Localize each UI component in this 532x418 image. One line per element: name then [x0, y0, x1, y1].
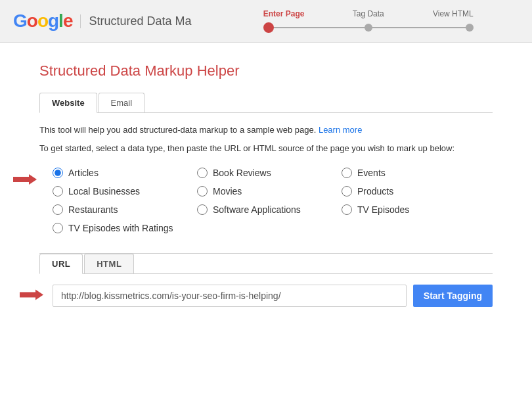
radio-book-reviews[interactable]: Book Reviews [197, 168, 328, 178]
description-line-2: To get started, select a data type, then… [39, 142, 493, 155]
step-label-view-html: View HTML [403, 9, 474, 18]
page-title: Structured Data Markup Helper [39, 62, 493, 80]
radio-articles[interactable]: Articles [53, 168, 184, 178]
logo-letter-g2: g [48, 11, 58, 31]
content-tabs: Website Email [39, 93, 493, 113]
radio-tv-episodes-ratings[interactable]: TV Episodes with Ratings [53, 223, 184, 233]
url-tab-url[interactable]: URL [39, 254, 83, 274]
radio-software-applications[interactable]: Software Applications [197, 204, 328, 215]
radio-grid: Articles Book Reviews Events Local Busin… [53, 168, 493, 233]
header: Google Structured Data Ma Enter Page Tag… [0, 0, 532, 43]
google-logo: Google [13, 11, 72, 32]
header-title: Structured Data Ma [80, 14, 191, 28]
start-tagging-button[interactable]: Start Tagging [413, 285, 493, 307]
tab-website[interactable]: Website [39, 93, 97, 113]
svg-marker-1 [20, 290, 43, 300]
radio-tv-episodes[interactable]: TV Episodes [342, 204, 473, 215]
main-content: Structured Data Markup Helper Website Em… [0, 43, 532, 333]
radio-movies[interactable]: Movies [197, 186, 328, 197]
radio-section: Articles Book Reviews Events Local Busin… [39, 168, 493, 233]
url-input[interactable] [53, 285, 407, 307]
logo-letter-g: G [13, 11, 27, 31]
tab-email[interactable]: Email [99, 93, 145, 112]
step-dot-enter-page [263, 22, 274, 33]
radio-events[interactable]: Events [342, 168, 473, 178]
step-label-enter-page: Enter Page [263, 9, 334, 18]
url-section: URL HTML Start Tagging [39, 253, 493, 307]
step-label-tag-data: Tag Data [333, 9, 403, 18]
svg-marker-0 [13, 174, 37, 185]
radio-local-businesses[interactable]: Local Businesses [53, 186, 184, 197]
arrow-icon [13, 173, 37, 186]
radio-restaurants[interactable]: Restaurants [53, 204, 184, 215]
logo-letter-o1: o [27, 11, 37, 31]
red-arrow-articles [13, 173, 37, 188]
logo-area: Google Structured Data Ma [13, 11, 192, 32]
url-arrow-icon [20, 289, 43, 302]
url-input-row: Start Tagging [53, 285, 493, 307]
step-dot-view-html [466, 24, 474, 32]
url-tab-html[interactable]: HTML [84, 254, 134, 273]
description-line-1: This tool will help you add structured-d… [39, 124, 493, 137]
url-tabs: URL HTML [39, 254, 493, 274]
step-dot-tag-data [365, 24, 372, 32]
learn-more-link[interactable]: Learn more [319, 125, 362, 135]
radio-products[interactable]: Products [342, 186, 473, 197]
url-row-wrapper: Start Tagging [53, 285, 493, 307]
logo-letter-e: e [63, 11, 73, 31]
logo-letter-o2: o [37, 11, 48, 31]
logo-letter-l: l [58, 11, 63, 31]
progress-stepper: Enter Page Tag Data View HTML [218, 9, 519, 33]
red-arrow-url [20, 289, 43, 304]
